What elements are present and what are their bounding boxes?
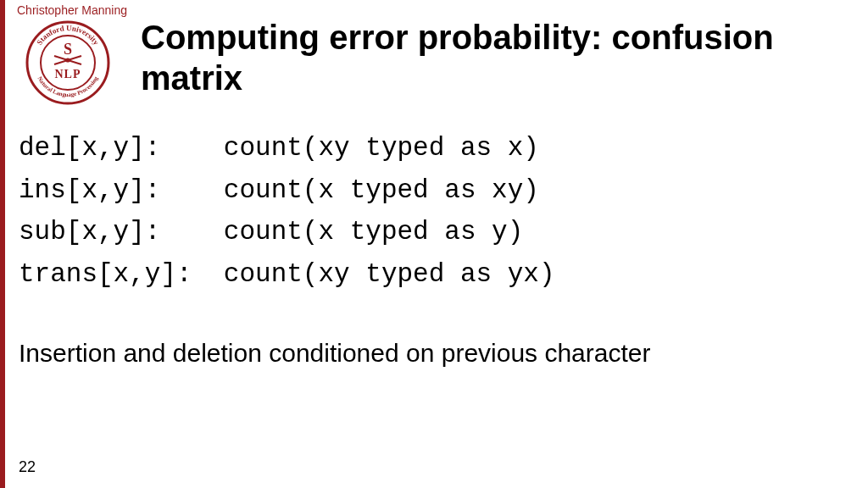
def-lhs: trans[x,y]: xyxy=(19,259,192,289)
page-number: 22 xyxy=(19,458,36,476)
def-lhs: del[x,y]: xyxy=(19,133,160,163)
author-name: Christopher Manning xyxy=(17,3,127,17)
def-rhs: count(x typed as y) xyxy=(224,217,523,247)
slide-title: Computing error probability: confusion m… xyxy=(141,17,836,98)
logo-letter-s: S xyxy=(64,41,72,58)
definition-row: sub[x,y]: count(x typed as y) xyxy=(19,211,555,253)
stanford-nlp-logo-icon: Stanford University Natural Language Pro… xyxy=(25,20,110,105)
definitions-block: del[x,y]: count(xy typed as x) ins[x,y]:… xyxy=(19,127,555,295)
def-lhs: sub[x,y]: xyxy=(19,217,160,247)
definition-row: ins[x,y]: count(x typed as xy) xyxy=(19,169,555,212)
definition-row: trans[x,y]: count(xy typed as yx) xyxy=(19,253,555,296)
def-rhs: count(xy typed as yx) xyxy=(224,259,555,289)
slide: Christopher Manning Stanford University … xyxy=(0,0,868,488)
def-rhs: count(xy typed as x) xyxy=(224,133,539,163)
logo-nlp-text: NLP xyxy=(55,68,81,80)
def-lhs: ins[x,y]: xyxy=(19,175,160,205)
definition-row: del[x,y]: count(xy typed as x) xyxy=(19,127,555,169)
def-rhs: count(x typed as xy) xyxy=(224,175,539,205)
footnote-text: Insertion and deletion conditioned on pr… xyxy=(19,339,651,368)
svg-point-6 xyxy=(66,58,69,61)
